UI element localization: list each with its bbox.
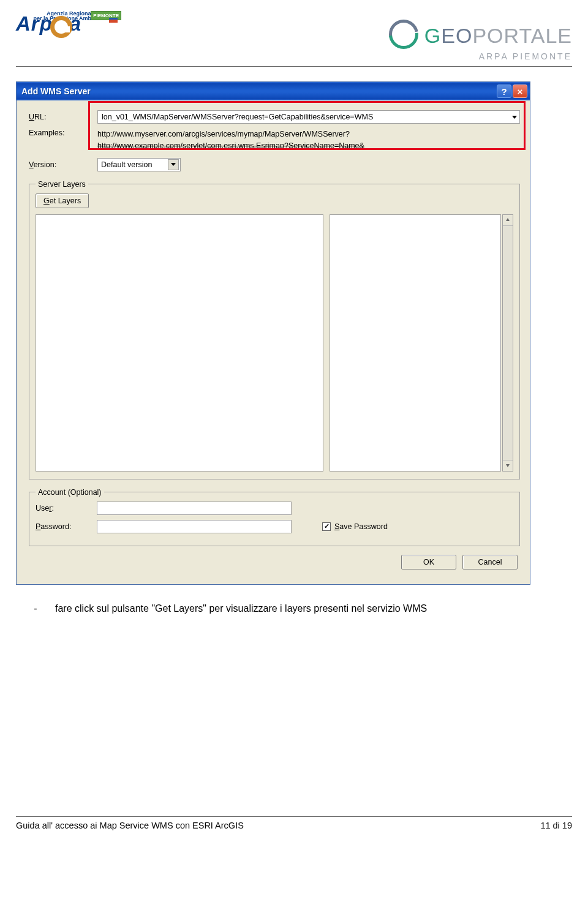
instruction-text: fare click sul pulsante "Get Layers" per… xyxy=(55,603,427,614)
svg-marker-1 xyxy=(506,464,510,467)
scroll-track[interactable] xyxy=(503,226,513,460)
arpa-swirl-icon xyxy=(50,16,72,38)
dialog-title: Add WMS Server xyxy=(21,86,496,96)
footer-left: Guida all' accesso ai Map Service WMS co… xyxy=(16,821,244,830)
url-combobox[interactable] xyxy=(97,110,520,124)
url-label: URL: xyxy=(29,113,97,121)
scroll-up-button[interactable] xyxy=(503,215,513,226)
page-footer: Guida all' accesso ai Map Service WMS co… xyxy=(16,816,572,830)
user-label: User: xyxy=(36,504,97,513)
help-icon: ? xyxy=(501,86,507,97)
dialog-titlebar[interactable]: Add WMS Server ? × xyxy=(17,82,530,100)
server-layers-legend: Server Layers xyxy=(36,180,88,189)
get-layers-button[interactable]: Get Layers xyxy=(36,194,89,208)
geoportale-logo: GEOPORTALE ARPA PIEMONTE xyxy=(385,12,572,61)
footer-right: 11 di 19 xyxy=(540,821,572,830)
user-input[interactable] xyxy=(97,502,292,515)
instruction-line: - fare click sul pulsante "Get Layers" p… xyxy=(16,603,572,614)
help-button[interactable]: ? xyxy=(497,85,511,98)
save-password-checkbox[interactable]: ✓ xyxy=(322,522,331,531)
arpa-logo: PIEMONTE Arpa Agenzia Regionale per la P… xyxy=(16,12,126,52)
save-password-label[interactable]: ✓ Save Password xyxy=(322,522,388,531)
cancel-button[interactable]: Cancel xyxy=(462,555,518,569)
chevron-down-icon[interactable] xyxy=(168,159,179,170)
close-button[interactable]: × xyxy=(513,85,527,98)
version-value: Default version xyxy=(101,160,168,169)
close-icon: × xyxy=(518,86,523,97)
chevron-down-icon[interactable] xyxy=(512,116,517,119)
password-input[interactable] xyxy=(97,520,292,533)
svg-marker-0 xyxy=(506,218,510,221)
page-header: PIEMONTE Arpa Agenzia Regionale per la P… xyxy=(16,12,572,61)
url-input[interactable] xyxy=(100,112,508,122)
header-divider xyxy=(16,66,572,67)
geo-circle-icon xyxy=(385,17,422,54)
layers-listbox-left[interactable] xyxy=(36,214,323,472)
account-fieldset: Account (Optional) User: Password: ✓ Sav… xyxy=(29,488,520,546)
listbox-scrollbar[interactable] xyxy=(502,214,513,472)
version-label: Version: xyxy=(29,160,97,169)
version-select[interactable]: Default version xyxy=(97,158,181,171)
instruction-dash: - xyxy=(16,603,55,614)
scroll-down-button[interactable] xyxy=(503,460,513,471)
example-2: http://www.example.com/servlet/com.esri.… xyxy=(97,140,520,152)
server-layers-fieldset: Server Layers Get Layers xyxy=(29,180,520,479)
example-1: http://www.myserver.com/arcgis/services/… xyxy=(97,129,520,140)
add-wms-server-dialog: Add WMS Server ? × URL: Examples: http:/… xyxy=(16,81,530,585)
layers-listbox-right[interactable] xyxy=(330,214,501,472)
examples-label: Examples: xyxy=(29,129,97,137)
account-legend: Account (Optional) xyxy=(36,488,104,497)
ok-button[interactable]: OK xyxy=(401,555,456,569)
password-label: Password: xyxy=(36,522,97,531)
